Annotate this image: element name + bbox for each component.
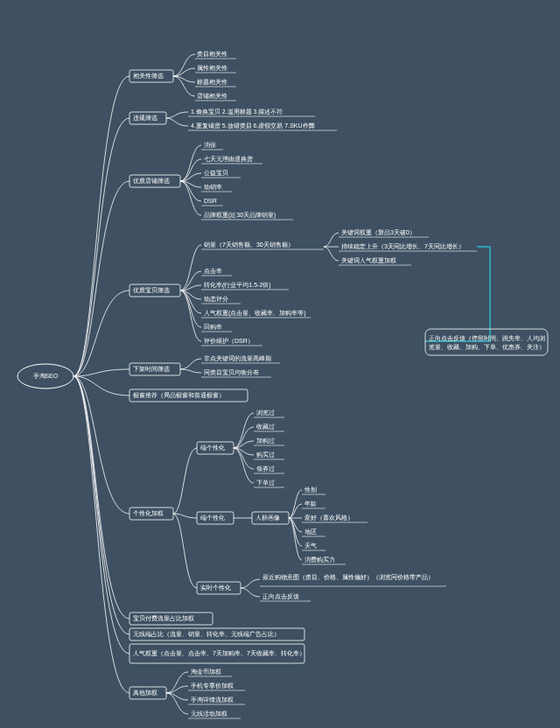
svg-text:无线端占比（流量、销量、转化率、无线端广告占比）: 无线端占比（流量、销量、转化率、无线端广告占比） xyxy=(133,631,280,638)
svg-text:购买过: 购买过 xyxy=(256,452,275,458)
svg-text:地区: 地区 xyxy=(304,528,317,535)
svg-text:1.偷换宝贝 2.滥用标题 3.描述不符: 1.偷换宝贝 2.滥用标题 3.描述不符 xyxy=(191,108,283,115)
svg-text:关键词权重（新品3天破0）: 关键词权重（新品3天破0） xyxy=(341,229,416,236)
l3-p2: 人群画像 性别 年龄 爱好（喜欢风格） 地区 天气 消费购买力 xyxy=(234,486,368,564)
svg-text:品牌权重(近30天品牌销量): 品牌权重(近30天品牌销量) xyxy=(204,212,276,219)
svg-text:关键词人气权重加权: 关键词人气权重加权 xyxy=(341,257,396,264)
svg-text:非点关键词的流量高峰期: 非点关键词的流量高峰期 xyxy=(204,355,271,362)
svg-text:4.重复铺货 5.放错类目 6.虚假交易 7.SKU作弊: 4.重复铺货 5.放错类目 6.虚假交易 7.SKU作弊 xyxy=(191,122,315,130)
svg-text:收藏过: 收藏过 xyxy=(256,424,275,430)
l3-sales: 关键词权重（新品3天破0） 持续稳定上升（3天同比增长、7天同比增长） 关键词人… xyxy=(324,229,477,265)
svg-text:点击率: 点击率 xyxy=(204,268,222,275)
l3-p1: 浏览过 收藏过 加购过 购买过 领券过 下单过 xyxy=(234,410,284,487)
svg-text:优质宝贝筛选: 优质宝贝筛选 xyxy=(133,287,170,293)
svg-text:正向点击反馈: 正向点击反馈 xyxy=(262,593,299,600)
svg-text:年龄: 年龄 xyxy=(304,500,317,507)
svg-text:人群画像: 人群画像 xyxy=(256,514,280,522)
svg-text:属性相关性: 属性相关性 xyxy=(197,65,228,71)
l2-vio: 1.偷换宝贝 2.滥用标题 3.描述不符 4.重复铺货 5.放错类目 6.虚假交… xyxy=(166,108,337,130)
svg-text:加购过: 加购过 xyxy=(256,438,275,444)
svg-text:违规筛选: 违规筛选 xyxy=(133,115,158,121)
svg-text:端个性化: 端个性化 xyxy=(200,444,225,451)
l3-p3: 最近购物意图（类目、价格、属性偏好）（浏览同价格带产品） 正向点击反馈 xyxy=(241,574,446,601)
svg-text:转化率(行业平均1.5-2倍): 转化率(行业平均1.5-2倍) xyxy=(204,282,271,289)
svg-text:人气权重(点击量、收藏率、加购率等): 人气权重(点击量、收藏率、加购率等) xyxy=(204,310,306,317)
svg-text:端个性化: 端个性化 xyxy=(200,514,225,521)
svg-text:同类目宝贝均衡分布: 同类目宝贝均衡分布 xyxy=(204,369,259,375)
svg-text:手淘详情流加权: 手淘详情流加权 xyxy=(191,696,234,703)
svg-text:性别: 性别 xyxy=(304,486,317,493)
svg-text:淘金币加权: 淘金币加权 xyxy=(191,668,221,675)
svg-text:消费购买力: 消费购买力 xyxy=(304,556,335,563)
svg-text:持续稳定上升（3天同比增长、7天同比增长）: 持续稳定上升（3天同比增长、7天同比增长） xyxy=(341,243,465,250)
svg-text:优质店铺筛选: 优质店铺筛选 xyxy=(133,178,170,184)
svg-text:相关性筛选: 相关性筛选 xyxy=(133,73,164,79)
svg-text:个性化加权: 个性化加权 xyxy=(133,510,164,516)
l2-other: 淘金币加权 手机专享价加权 手淘详情流加权 无线活动加权 xyxy=(166,668,245,718)
svg-text:其他加权: 其他加权 xyxy=(133,690,158,696)
svg-text:爱好（喜欢风格）: 爱好（喜欢风格） xyxy=(304,514,354,522)
svg-text:橱窗推荐（局品橱窗和普通橱窗）: 橱窗推荐（局品橱窗和普通橱窗） xyxy=(133,391,225,399)
svg-text:动态评分: 动态评分 xyxy=(204,296,228,302)
l2-shop: 消保 七天无理由退换货 公益宝贝 动销率 DSR 品牌权重(近30天品牌销量) xyxy=(180,142,293,220)
svg-text:无线活动加权: 无线活动加权 xyxy=(191,710,228,717)
svg-text:手机专享价加权: 手机专享价加权 xyxy=(191,682,234,690)
svg-text:天气: 天气 xyxy=(304,542,317,549)
svg-text:回购率: 回购率 xyxy=(204,324,222,330)
svg-text:下单过: 下单过 xyxy=(256,480,275,486)
svg-text:动销率: 动销率 xyxy=(204,184,222,190)
svg-text:浏览过: 浏览过 xyxy=(256,410,275,416)
root-links xyxy=(74,76,130,693)
l2-item: 销量（7天销售额、30天销售额） 点击率 转化率(行业平均1.5-2倍) 动态评… xyxy=(180,242,324,346)
svg-text:评价维护（DSR）: 评价维护（DSR） xyxy=(204,338,254,345)
svg-text:宝贝付费流量占比加权: 宝贝付费流量占比加权 xyxy=(133,615,194,621)
l2-down: 非点关键词的流量高峰期 同类目宝贝均衡分布 xyxy=(180,355,280,377)
l2-rel: 类目相关性 属性相关性 标题相关性 店铺相关性 xyxy=(173,51,236,101)
svg-text:消保: 消保 xyxy=(204,142,216,148)
level1: 相关性筛选 违规筛选 优质店铺筛选 优质宝贝筛选 下架时间筛选 橱窗推荐（局品橱… xyxy=(130,70,305,699)
svg-text:最近购物意图（类目、价格、属性偏好）（浏览同价格带产品）: 最近购物意图（类目、价格、属性偏好）（浏览同价格带产品） xyxy=(262,574,434,581)
svg-text:领券过: 领券过 xyxy=(256,466,275,472)
annotation-link xyxy=(425,247,490,341)
mindmap: 手淘SEO 相关性筛选 违规筛选 优质店铺筛选 优质宝贝筛选 下架时间筛选 橱窗… xyxy=(0,0,560,728)
svg-text:下架时间筛选: 下架时间筛选 xyxy=(133,366,170,372)
svg-text:DSR: DSR xyxy=(204,198,217,204)
root-label: 手淘SEO xyxy=(33,373,59,379)
svg-text:人气权重（点击量、点击率、7天加购率、7天收藏率、转化率）: 人气权重（点击量、点击率、7天加购率、7天收藏率、转化率） xyxy=(133,650,305,657)
svg-text:类目相关性: 类目相关性 xyxy=(197,51,228,57)
svg-text:销量（7天销售额、30天销售额）: 销量（7天销售额、30天销售额） xyxy=(203,242,294,248)
svg-text:标题相关性: 标题相关性 xyxy=(196,79,228,85)
annotation-text: 正向点击反馈（停留时间、跳失率、人均浏览量、收藏、加购、下单、优惠券、关注） xyxy=(429,335,545,351)
svg-text:实时个性化: 实时个性化 xyxy=(200,584,231,591)
l2-pers: 端个性化 端个性化 实时个性化 xyxy=(173,442,241,594)
svg-text:七天无理由退换货: 七天无理由退换货 xyxy=(204,156,253,163)
svg-text:店铺相关性: 店铺相关性 xyxy=(197,93,228,99)
svg-text:公益宝贝: 公益宝贝 xyxy=(204,170,228,176)
